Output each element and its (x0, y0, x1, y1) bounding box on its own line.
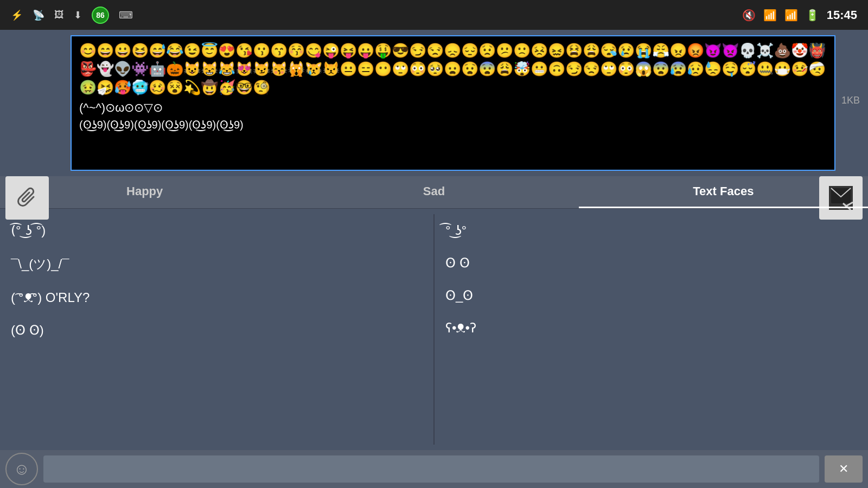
battery-icon: 🔋 (806, 9, 819, 22)
usb-icon: ⚡ (11, 9, 23, 21)
face-item-8[interactable]: ʕ•ᴥ•ʔ (435, 312, 868, 344)
delete-button[interactable]: ✕ (825, 455, 863, 483)
faces-list: (͡° ͜ʖ ͡°) ¯\_(ツ)_/¯ ( ͡°ᴥ͡°) O'RLY? (ʘ … (0, 209, 868, 450)
text-input-area[interactable]: 😊😄😀😆😅😂😉😇😍😘😗😙😚😋😜😝😛🤑😎😏😒😞😔😟😕🙁😣😖😫😩😪😢😭😤😠😡😈👿💀☠… (71, 35, 835, 171)
mute-icon: 🔇 (742, 9, 756, 22)
size-label: 1KB (841, 95, 860, 106)
delete-icon: ✕ (839, 462, 848, 476)
status-left-icons: ⚡ 📡 🖼 ⬇ 86 ⌨ (11, 7, 133, 24)
faces-left-column: (͡° ͜ʖ ͡°) ¯\_(ツ)_/¯ ( ͡°ᴥ͡°) O'RLY? (ʘ … (0, 209, 433, 450)
image-icon: 🖼 (54, 9, 64, 21)
keyboard-icon: ⌨ (119, 9, 133, 21)
face-item-5[interactable]: ͡° ͜ʖ° (435, 214, 868, 247)
face-item-6[interactable]: ʘ ʘ (435, 247, 868, 279)
face-item-3[interactable]: ( ͡°ᴥ͡°) O'RLY? (0, 281, 433, 314)
tab-happy[interactable]: Happy (0, 176, 289, 208)
tab-sad[interactable]: Sad (289, 176, 578, 208)
face-item-7[interactable]: ʘ_ʘ (435, 279, 868, 312)
faces-right-column: ͡° ͜ʖ° ʘ ʘ ʘ_ʘ ʕ•ᴥ•ʔ (435, 209, 868, 450)
face-item-2[interactable]: ¯\_(ツ)_/¯ (0, 247, 433, 281)
main-content: 1KB 😊😄😀😆😅😂😉😇😍😘😗😙😚😋😜😝😛🤑😎😏😒😞😔😟😕🙁😣😖😫😩😪😢😭😤😠😡… (0, 30, 868, 488)
emoji-face-button[interactable]: ☺ (5, 453, 38, 485)
search-input[interactable] (43, 455, 819, 483)
status-time: 15:45 (827, 8, 857, 22)
cast-icon: 📡 (33, 9, 44, 21)
status-right-icons: 🔇 📶 📶 🔋 15:45 (742, 8, 857, 22)
download-icon: ⬇ (74, 9, 82, 21)
status-bar: ⚡ 📡 🖼 ⬇ 86 ⌨ 🔇 📶 📶 🔋 15:45 (0, 0, 868, 30)
smiley-icon: ☺ (14, 460, 30, 478)
wifi-icon: 📶 (763, 9, 777, 22)
text-faces-display-line1: (^~^)⊙ω⊙⊙▽⊙ (79, 101, 827, 115)
emoji-grid: 😊😄😀😆😅😂😉😇😍😘😗😙😚😋😜😝😛🤑😎😏😒😞😔😟😕🙁😣😖😫😩😪😢😭😤😠😡😈👿💀☠… (79, 42, 827, 97)
notification-badge: 86 (92, 7, 109, 24)
face-item-1[interactable]: (͡° ͜ʖ ͡°) (0, 214, 433, 247)
bottom-bar: ☺ ✕ (0, 450, 868, 488)
signal-icon: 📶 (784, 9, 798, 22)
text-faces-display-line2: (ʘ͜ʖ9)(ʘ͜ʖ9)(ʘ͜ʖ9)(ʘ͜ʖ9)(ʘ͜ʖ9)(ʘ͜ʖ9) (79, 118, 827, 131)
tab-bar: Happy Sad Text Faces (0, 176, 868, 209)
face-item-4[interactable]: (ʘ ʘ) (0, 314, 433, 346)
tab-text-faces[interactable]: Text Faces (579, 176, 868, 208)
